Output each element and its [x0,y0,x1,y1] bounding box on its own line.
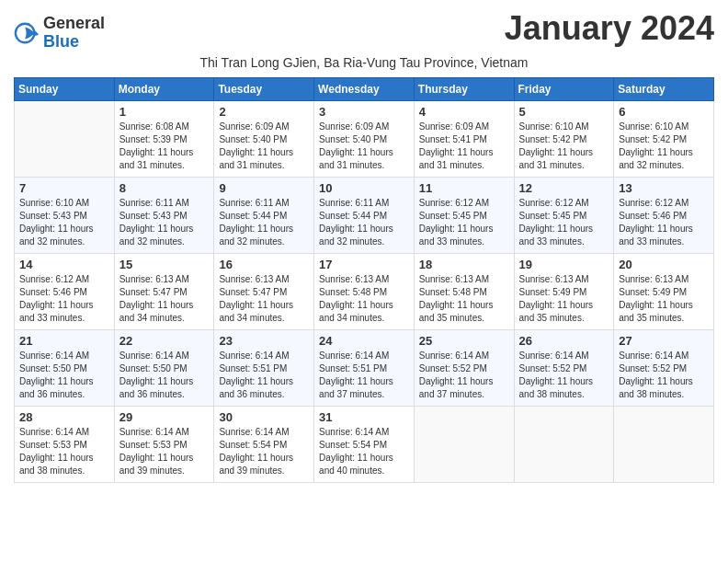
day-number: 19 [519,258,609,271]
day-number: 3 [319,105,409,119]
calendar-cell: 29Sunrise: 6:14 AM Sunset: 5:53 PM Dayli… [114,406,214,482]
calendar-table: SundayMondayTuesdayWednesdayThursdayFrid… [14,77,714,483]
calendar-cell: 27Sunrise: 6:14 AM Sunset: 5:52 PM Dayli… [614,329,714,406]
calendar-header-thursday: Thursday [414,77,514,100]
day-info: Sunrise: 6:10 AM Sunset: 5:43 PM Dayligh… [19,197,109,248]
day-number: 18 [419,258,509,271]
day-number: 2 [219,105,309,119]
calendar-cell: 24Sunrise: 6:14 AM Sunset: 5:51 PM Dayli… [314,329,415,406]
day-info: Sunrise: 6:13 AM Sunset: 5:47 PM Dayligh… [219,273,309,325]
day-number: 12 [519,181,609,195]
day-info: Sunrise: 6:12 AM Sunset: 5:46 PM Dayligh… [19,273,109,325]
calendar-cell: 21Sunrise: 6:14 AM Sunset: 5:50 PM Dayli… [15,329,115,406]
logo-text: General Blue [43,15,105,52]
day-number: 27 [619,334,709,348]
day-number: 6 [619,105,709,119]
day-number: 17 [319,258,409,271]
calendar-cell: 6Sunrise: 6:10 AM Sunset: 5:42 PM Daylig… [614,100,714,177]
day-number: 26 [519,334,609,348]
day-info: Sunrise: 6:14 AM Sunset: 5:54 PM Dayligh… [319,426,409,477]
calendar-cell: 2Sunrise: 6:09 AM Sunset: 5:40 PM Daylig… [214,100,314,177]
calendar-cell: 15Sunrise: 6:13 AM Sunset: 5:47 PM Dayli… [114,253,214,329]
day-info: Sunrise: 6:09 AM Sunset: 5:41 PM Dayligh… [419,121,509,172]
day-number: 23 [219,334,309,348]
day-number: 13 [619,181,709,195]
day-number: 10 [319,181,409,195]
calendar-cell: 22Sunrise: 6:14 AM Sunset: 5:50 PM Dayli… [114,329,214,406]
calendar-cell: 9Sunrise: 6:11 AM Sunset: 5:44 PM Daylig… [214,177,314,253]
day-number: 8 [119,181,210,195]
calendar-cell: 31Sunrise: 6:14 AM Sunset: 5:54 PM Dayli… [314,406,415,482]
calendar-cell: 7Sunrise: 6:10 AM Sunset: 5:43 PM Daylig… [15,177,115,253]
calendar-header-saturday: Saturday [614,77,714,100]
day-info: Sunrise: 6:14 AM Sunset: 5:53 PM Dayligh… [119,426,210,477]
day-number: 5 [519,105,609,119]
day-info: Sunrise: 6:10 AM Sunset: 5:42 PM Dayligh… [619,121,709,172]
day-info: Sunrise: 6:14 AM Sunset: 5:51 PM Dayligh… [319,350,409,401]
page-header: General Blue January 2024 [14,9,714,52]
day-number: 7 [19,181,109,195]
calendar-cell: 20Sunrise: 6:13 AM Sunset: 5:49 PM Dayli… [614,253,714,329]
calendar-week-row: 28Sunrise: 6:14 AM Sunset: 5:53 PM Dayli… [15,406,714,482]
day-number: 29 [119,410,210,424]
calendar-cell: 10Sunrise: 6:11 AM Sunset: 5:44 PM Dayli… [314,177,415,253]
calendar-header-friday: Friday [514,77,614,100]
calendar-cell: 17Sunrise: 6:13 AM Sunset: 5:48 PM Dayli… [314,253,415,329]
calendar-cell: 11Sunrise: 6:12 AM Sunset: 5:45 PM Dayli… [414,177,514,253]
day-number: 14 [19,258,109,271]
day-info: Sunrise: 6:14 AM Sunset: 5:53 PM Dayligh… [19,426,109,477]
calendar-cell: 4Sunrise: 6:09 AM Sunset: 5:41 PM Daylig… [414,100,514,177]
day-number: 20 [619,258,709,271]
calendar-cell [414,406,514,482]
calendar-header-row: SundayMondayTuesdayWednesdayThursdayFrid… [15,77,714,100]
calendar-cell: 30Sunrise: 6:14 AM Sunset: 5:54 PM Dayli… [214,406,314,482]
day-number: 1 [119,105,210,119]
day-info: Sunrise: 6:13 AM Sunset: 5:48 PM Dayligh… [319,273,409,325]
calendar-cell: 1Sunrise: 6:08 AM Sunset: 5:39 PM Daylig… [114,100,214,177]
logo: General Blue [14,15,105,52]
day-info: Sunrise: 6:13 AM Sunset: 5:49 PM Dayligh… [519,273,609,325]
day-info: Sunrise: 6:12 AM Sunset: 5:46 PM Dayligh… [619,197,709,248]
calendar-cell [514,406,614,482]
day-info: Sunrise: 6:11 AM Sunset: 5:44 PM Dayligh… [319,197,409,248]
calendar-cell: 28Sunrise: 6:14 AM Sunset: 5:53 PM Dayli… [15,406,115,482]
calendar-cell: 25Sunrise: 6:14 AM Sunset: 5:52 PM Dayli… [414,329,514,406]
month-title: January 2024 [505,9,714,48]
day-number: 30 [219,410,309,424]
calendar-week-row: 14Sunrise: 6:12 AM Sunset: 5:46 PM Dayli… [15,253,714,329]
day-number: 4 [419,105,509,119]
day-info: Sunrise: 6:09 AM Sunset: 5:40 PM Dayligh… [319,121,409,172]
logo-icon [14,20,40,46]
day-info: Sunrise: 6:13 AM Sunset: 5:48 PM Dayligh… [419,273,509,325]
day-number: 11 [419,181,509,195]
day-info: Sunrise: 6:14 AM Sunset: 5:54 PM Dayligh… [219,426,309,477]
day-number: 22 [119,334,210,348]
calendar-week-row: 1Sunrise: 6:08 AM Sunset: 5:39 PM Daylig… [15,100,714,177]
day-number: 16 [219,258,309,271]
day-info: Sunrise: 6:12 AM Sunset: 5:45 PM Dayligh… [419,197,509,248]
day-info: Sunrise: 6:11 AM Sunset: 5:43 PM Dayligh… [119,197,210,248]
day-info: Sunrise: 6:14 AM Sunset: 5:52 PM Dayligh… [519,350,609,401]
day-info: Sunrise: 6:12 AM Sunset: 5:45 PM Dayligh… [519,197,609,248]
calendar-header-sunday: Sunday [15,77,115,100]
calendar-cell: 19Sunrise: 6:13 AM Sunset: 5:49 PM Dayli… [514,253,614,329]
calendar-cell [614,406,714,482]
day-number: 9 [219,181,309,195]
calendar-header-monday: Monday [114,77,214,100]
day-info: Sunrise: 6:10 AM Sunset: 5:42 PM Dayligh… [519,121,609,172]
day-info: Sunrise: 6:14 AM Sunset: 5:50 PM Dayligh… [19,350,109,401]
day-number: 15 [119,258,210,271]
calendar-cell: 13Sunrise: 6:12 AM Sunset: 5:46 PM Dayli… [614,177,714,253]
calendar-cell: 8Sunrise: 6:11 AM Sunset: 5:43 PM Daylig… [114,177,214,253]
logo-general: General [43,14,105,32]
logo-blue: Blue [43,32,79,51]
day-info: Sunrise: 6:14 AM Sunset: 5:51 PM Dayligh… [219,350,309,401]
day-info: Sunrise: 6:09 AM Sunset: 5:40 PM Dayligh… [219,121,309,172]
calendar-cell: 16Sunrise: 6:13 AM Sunset: 5:47 PM Dayli… [214,253,314,329]
day-info: Sunrise: 6:08 AM Sunset: 5:39 PM Dayligh… [119,121,210,172]
calendar-week-row: 21Sunrise: 6:14 AM Sunset: 5:50 PM Dayli… [15,329,714,406]
day-info: Sunrise: 6:14 AM Sunset: 5:52 PM Dayligh… [619,350,709,401]
day-info: Sunrise: 6:13 AM Sunset: 5:47 PM Dayligh… [119,273,210,325]
calendar-cell [15,100,115,177]
calendar-week-row: 7Sunrise: 6:10 AM Sunset: 5:43 PM Daylig… [15,177,714,253]
